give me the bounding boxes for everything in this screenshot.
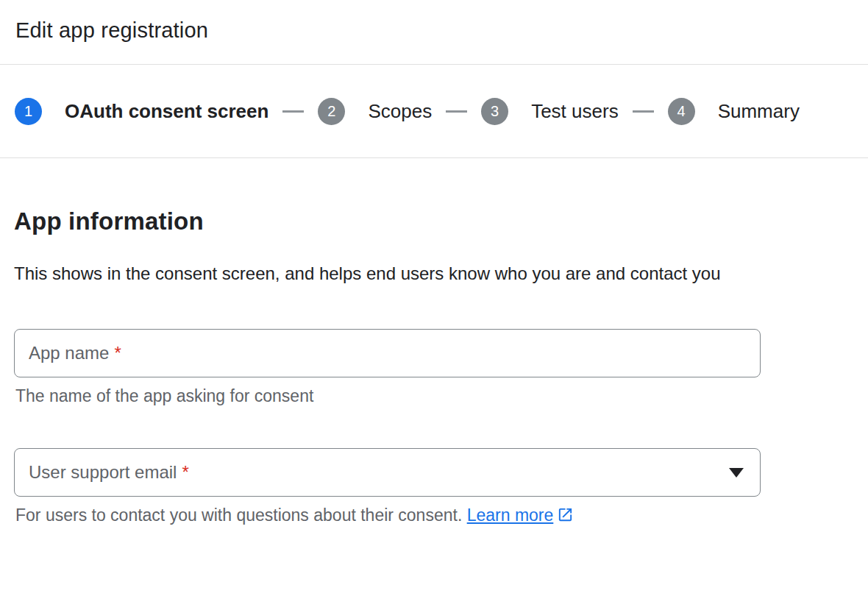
learn-more-link-label: Learn more — [467, 505, 554, 525]
required-asterisk: * — [182, 462, 188, 483]
stepper-step-scopes: 2 Scopes — [318, 98, 432, 125]
stepper-step-test-users: 3 Test users — [481, 98, 619, 125]
step-1-label: OAuth consent screen — [65, 100, 268, 123]
step-3-label: Test users — [531, 100, 619, 123]
step-separator — [282, 110, 304, 113]
step-1-badge: 1 — [15, 98, 42, 125]
app-information-section: App information This shows in the consen… — [0, 207, 868, 528]
step-separator — [633, 110, 654, 113]
step-4-label: Summary — [718, 100, 800, 123]
step-separator — [446, 110, 467, 113]
learn-more-link[interactable]: Learn more — [467, 505, 574, 525]
app-name-helper: The name of the app asking for consent — [15, 386, 854, 406]
caret-down-icon — [729, 468, 744, 478]
user-support-email-helper-text: For users to contact you with questions … — [15, 505, 467, 525]
section-title: App information — [14, 207, 854, 236]
step-3-badge: 3 — [481, 98, 508, 125]
step-2-badge: 2 — [318, 98, 345, 125]
required-asterisk: * — [114, 343, 121, 363]
page-header: Edit app registration — [0, 0, 868, 64]
open-in-new-icon — [557, 506, 574, 528]
section-description: This shows in the consent screen, and he… — [14, 256, 753, 291]
step-2-label: Scopes — [368, 100, 432, 123]
page-title: Edit app registration — [15, 18, 853, 43]
stepper-step-oauth-consent-screen: 1 OAuth consent screen — [15, 98, 268, 125]
step-4-badge: 4 — [668, 98, 695, 125]
user-support-email-label: User support email — [29, 462, 177, 483]
app-name-label: App name — [29, 343, 109, 363]
stepper-step-summary: 4 Summary — [668, 98, 800, 125]
user-support-email-helper: For users to contact you with questions … — [15, 505, 854, 528]
user-support-email-select[interactable]: User support email * — [14, 448, 761, 497]
app-name-input[interactable]: App name * — [14, 329, 761, 377]
stepper-divider — [0, 157, 868, 158]
stepper: 1 OAuth consent screen 2 Scopes 3 Test u… — [0, 65, 868, 157]
